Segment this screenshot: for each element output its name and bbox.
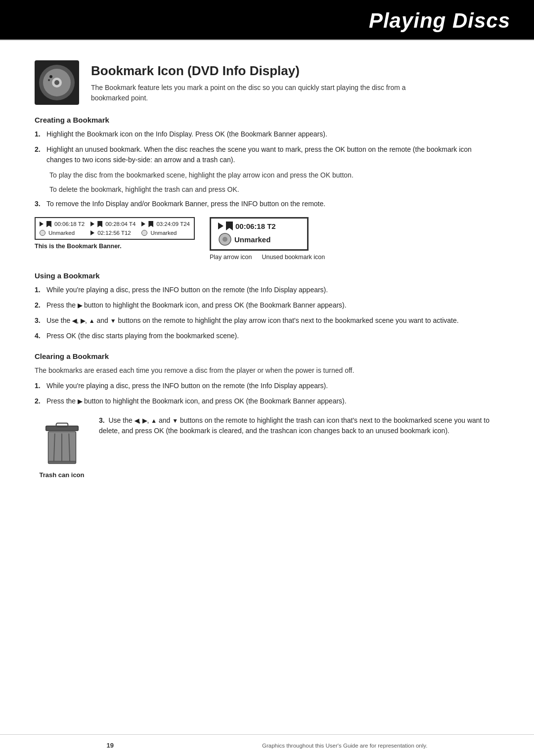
bb-cell-1-3: 03:24:09 T24: [141, 220, 190, 228]
dvd-icon: [35, 60, 79, 105]
page-title: Playing Discs: [24, 9, 510, 33]
using-step-4: 4. Press OK (the disc starts playing fro…: [35, 331, 499, 341]
bb-time-2: 00:28:04 T4: [105, 220, 135, 228]
bookmark-icon-2: [97, 221, 102, 227]
bb-cell-2-2: 02:12:56 T12: [90, 229, 135, 237]
using-bookmark-heading: Using a Bookmark: [35, 271, 499, 280]
clearing-bookmark-heading: Clearing a Bookmark: [35, 352, 499, 360]
creating-bookmark-heading: Creating a Bookmark: [35, 116, 499, 124]
large-bookmark-icon: [226, 222, 233, 230]
svg-point-7: [222, 237, 227, 242]
bookmark-banner-container: 00:06:18 T2 00:28:04 T4 03:24:09 T24: [35, 217, 195, 250]
bb-time-3: 03:24:09 T24: [156, 220, 190, 228]
creating-step-3-text: To remove the Info Display and/or Bookma…: [46, 199, 499, 209]
bb-cell-1-2: 00:28:04 T4: [90, 220, 135, 228]
svg-point-4: [49, 75, 52, 78]
clearing-step-num-1: 1.: [35, 381, 46, 391]
creating-step-3-list: 3. To remove the Info Display and/or Boo…: [35, 199, 499, 209]
using-step-1: 1. While you're playing a disc, press th…: [35, 285, 499, 295]
trash-can-label: Trash can icon: [39, 471, 84, 479]
using-step-2: 2. Press the ▶ button to highlight the B…: [35, 300, 499, 311]
svg-point-5: [48, 79, 50, 81]
unused-bookmark-label: Unused bookmark icon: [262, 254, 325, 261]
arrow-left-3: ◀: [134, 416, 139, 425]
footer-note: Graphics throughout this User's Guide ar…: [262, 743, 427, 749]
using-step-num-1: 1.: [35, 285, 46, 295]
section-intro: The Bookmark feature lets you mark a poi…: [91, 83, 427, 103]
clearing-step-2-text: Press the ▶ button to highlight the Book…: [46, 396, 499, 406]
clearing-step-1-text: While you're playing a disc, press the I…: [46, 381, 499, 391]
creating-para-2: To delete the bookmark, highlight the tr…: [49, 184, 499, 195]
bookmark-icon-3: [148, 221, 153, 227]
bookmark-large: 00:06:18 T2 Unmarked: [210, 217, 309, 251]
large-unmarked-icon: [218, 232, 232, 246]
play-icon-2: [90, 222, 94, 226]
bb-time-1: 00:06:18 T2: [54, 220, 85, 228]
arrow-left-2: ◀: [72, 316, 77, 325]
section-title: Bookmark Icon (DVD Info Display): [91, 63, 427, 79]
arrow-right-3: ▶: [78, 397, 82, 406]
svg-rect-14: [48, 461, 76, 464]
arrow-right-1: ▶: [78, 301, 82, 310]
bookmark-banner-grid: 00:06:18 T2 00:28:04 T4 03:24:09 T24: [40, 220, 190, 237]
using-step-3: 3. Use the ◀, ▶, ▲ and ▼ buttons on the …: [35, 315, 499, 326]
creating-steps-list: 1. Highlight the Bookmark icon on the In…: [35, 129, 499, 165]
clearing-steps-list: 1. While you're playing a disc, press th…: [35, 381, 499, 406]
using-steps-list: 1. While you're playing a disc, press th…: [35, 285, 499, 341]
bb-status-2: Unmarked: [150, 229, 177, 237]
large-status: Unmarked: [234, 235, 270, 244]
arrow-down-1: ▼: [110, 316, 116, 325]
using-step-num-3: 3.: [35, 315, 46, 326]
banner-label: This is the Bookmark Banner.: [35, 243, 195, 250]
arrow-right-4: ▶: [142, 416, 147, 425]
bb-status-1: Unmarked: [48, 229, 75, 237]
play-arrow-label: Play arrow icon: [210, 254, 252, 261]
clearing-step-2: 2. Press the ▶ button to highlight the B…: [35, 396, 499, 406]
step-num-1: 1.: [35, 129, 46, 139]
bookmark-large-row2: Unmarked: [218, 232, 300, 246]
large-time: 00:06:18 T2: [235, 222, 276, 230]
bb-cell-2-1: Unmarked: [40, 229, 85, 237]
using-step-1-text: While you're playing a disc, press the I…: [46, 285, 499, 295]
using-step-num-4: 4.: [35, 331, 46, 341]
arrow-down-2: ▼: [172, 416, 178, 425]
banner-right-labels: Play arrow icon Unused bookmark icon: [210, 254, 325, 261]
creating-para-1: To play the disc from the bookmarked sce…: [49, 170, 499, 180]
step-num-3: 3.: [35, 199, 46, 209]
trash-can-svg: [41, 421, 83, 468]
clearing-step-num-2: 2.: [35, 396, 46, 406]
main-content: Bookmark Icon (DVD Info Display) The Boo…: [0, 41, 534, 513]
using-step-3-text: Use the ◀, ▶, ▲ and ▼ buttons on the rem…: [46, 315, 499, 326]
play-icon-1: [40, 222, 44, 226]
play-icon-4: [90, 230, 94, 235]
clearing-step-num-3: 3.: [99, 416, 105, 424]
bb-time-4: 02:12:56 T12: [97, 229, 131, 237]
bookmark-large-row1: 00:06:18 T2: [218, 222, 300, 230]
bookmark-display-area: 00:06:18 T2 00:28:04 T4 03:24:09 T24: [35, 217, 499, 261]
clearing-step-1: 1. While you're playing a disc, press th…: [35, 381, 499, 391]
using-step-2-text: Press the ▶ button to highlight the Book…: [46, 300, 499, 311]
svg-point-3: [54, 80, 59, 85]
page-footer: 19 Graphics throughout this User's Guide…: [0, 734, 534, 756]
arrow-right-2: ▶: [81, 316, 85, 325]
large-play-icon: [218, 222, 223, 229]
play-icon-3: [141, 222, 145, 226]
bookmark-icon-1: [46, 221, 51, 227]
page-number: 19: [107, 742, 114, 749]
section-header: Bookmark Icon (DVD Info Display) The Boo…: [35, 60, 499, 105]
arrow-up-2: ▲: [151, 416, 157, 425]
creating-step-1-text: Highlight the Bookmark icon on the Info …: [46, 129, 499, 139]
using-step-4-text: Press OK (the disc starts playing from t…: [46, 331, 499, 341]
creating-step-3: 3. To remove the Info Display and/or Boo…: [35, 199, 499, 209]
clearing-step-3-container: 3. Use the ◀, ▶, ▲ and ▼ buttons on the …: [99, 414, 499, 436]
creating-step-1: 1. Highlight the Bookmark icon on the In…: [35, 129, 499, 139]
clearing-step-3-text: 3. Use the ◀, ▶, ▲ and ▼ buttons on the …: [99, 415, 499, 436]
clearing-intro: The bookmarks are erased each time you r…: [35, 365, 499, 376]
bb-cell-1-1: 00:06:18 T2: [40, 220, 85, 228]
page-header: Playing Discs: [0, 0, 534, 40]
creating-step-2: 2. Highlight an unused bookmark. When th…: [35, 144, 499, 165]
trash-can-image: Trash can icon: [35, 414, 89, 479]
trash-can-area: Trash can icon 3. Use the ◀, ▶, ▲ and ▼ …: [35, 414, 499, 479]
step-num-2: 2.: [35, 144, 46, 155]
using-step-num-2: 2.: [35, 300, 46, 311]
